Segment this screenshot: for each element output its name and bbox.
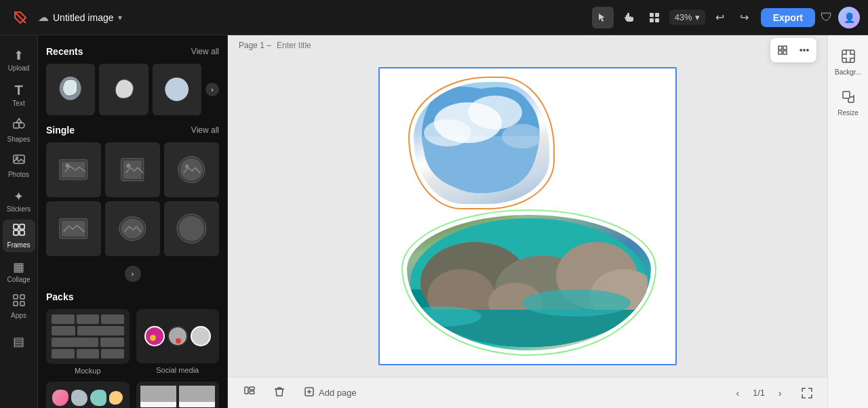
sidebar-item-apps[interactable]: Apps [3, 290, 35, 323]
app-logo[interactable] [8, 5, 33, 30]
background-label: Backgr... [835, 68, 861, 76]
svg-rect-14 [14, 295, 18, 299]
undo-button[interactable]: ↩ [709, 7, 731, 28]
recents-next-button[interactable]: › [205, 83, 219, 96]
sidebar-item-stickers[interactable]: ✦ Stickers [3, 184, 35, 217]
redo-button[interactable]: ↪ [734, 7, 755, 28]
page-title-input[interactable] [277, 41, 378, 50]
layout-tool-button[interactable] [644, 7, 665, 28]
page-label: Page 1 – [239, 41, 271, 50]
svg-rect-4 [655, 18, 659, 22]
export-button[interactable]: Export [761, 8, 815, 27]
single-frames-grid [46, 142, 219, 256]
collage-icon: ▦ [13, 260, 24, 274]
svg-rect-65 [843, 91, 850, 98]
frames-panel: Recents View all › [38, 35, 228, 408]
coast-blob-frame[interactable] [407, 215, 651, 350]
apps-icon [12, 293, 26, 310]
upload-icon: ⬆ [14, 48, 24, 63]
social-media-label: Social media [136, 366, 220, 374]
pack-social-media[interactable]: Social media [136, 309, 220, 375]
sidebar-item-collage[interactable]: ▦ Collage [3, 255, 35, 287]
sidebar-item-photos[interactable]: Photos [3, 149, 35, 182]
svg-point-28 [185, 165, 189, 168]
svg-point-44 [502, 124, 542, 148]
pan-tool-button[interactable] [618, 7, 639, 28]
sidebar-item-shapes[interactable]: Shapes [3, 114, 35, 146]
select-tool-button[interactable] [592, 7, 614, 28]
single-title: Single [46, 125, 75, 136]
page-navigation: ‹ 1/1 › [728, 384, 789, 403]
mockup-label: Mockup [46, 367, 130, 375]
svg-rect-10 [14, 224, 18, 229]
svg-rect-5 [14, 123, 19, 128]
sidebar-item-upload-label: Upload [8, 64, 30, 72]
right-sidebar: Backgr... Resize [827, 35, 868, 408]
resize-tool[interactable]: Resize [832, 84, 865, 122]
svg-point-43 [424, 119, 471, 146]
canvas-frame[interactable] [378, 67, 677, 365]
recent-frame-1[interactable] [46, 64, 95, 115]
add-page-icon [304, 386, 315, 400]
single-frame-4[interactable] [46, 201, 101, 256]
sidebar-item-upload[interactable]: ⬆ Upload [3, 43, 35, 76]
sidebar-item-shapes-label: Shapes [7, 136, 31, 143]
avatar[interactable]: 👤 [838, 7, 860, 28]
svg-point-34 [179, 216, 204, 241]
sidebar-item-frames[interactable]: Frames [3, 220, 35, 252]
packs-title: Packs [46, 291, 73, 302]
background-tool[interactable]: Backgr... [832, 43, 865, 81]
next-page-button[interactable]: › [770, 384, 789, 403]
page-title-bar: Page 1 – ••• [228, 35, 827, 56]
recent-frame-2[interactable] [99, 64, 148, 115]
bottom-bar: Add page ‹ 1/1 › [228, 377, 827, 408]
packs-grid: Mockup Social media [46, 309, 219, 408]
fit-page-button[interactable] [773, 41, 792, 60]
coast-blob-image [407, 215, 651, 350]
sidebar-item-more[interactable]: ▤ [3, 325, 35, 358]
single-frame-6[interactable] [164, 201, 219, 256]
recents-view-all[interactable]: View all [191, 47, 219, 56]
expand-button[interactable] [797, 384, 816, 403]
polaroid-cell-2 [179, 386, 215, 407]
sidebar-item-text-label: Text [12, 100, 24, 107]
zoom-control[interactable]: 43% ▾ [669, 9, 705, 25]
recents-row: › [46, 64, 219, 115]
sidebar-item-apps-label: Apps [11, 312, 26, 319]
title-chevron-icon[interactable]: ▾ [118, 13, 122, 22]
sidebar-item-text[interactable]: T Text [3, 79, 35, 111]
svg-rect-21 [62, 162, 85, 178]
single-frame-3[interactable] [164, 142, 219, 197]
recent-frame-3[interactable] [153, 64, 201, 115]
svg-point-22 [66, 164, 70, 168]
add-page-label: Add page [319, 388, 357, 398]
shapes-icon [12, 117, 26, 134]
svg-rect-13 [20, 230, 24, 235]
single-next-button[interactable]: › [125, 266, 141, 282]
single-frame-2[interactable] [105, 142, 160, 197]
svg-rect-3 [650, 18, 654, 22]
sky-blob-image [414, 82, 549, 204]
pack-irregular[interactable]: Irregular shape [46, 382, 130, 408]
trash-icon [274, 386, 285, 400]
add-page-button[interactable]: Add page [298, 384, 362, 403]
sidebar-item-collage-label: Collage [7, 276, 31, 283]
single-frame-1[interactable] [46, 142, 101, 197]
delete-page-button[interactable] [269, 384, 290, 403]
thumbnail-view-button[interactable] [239, 384, 260, 403]
pack-mockup[interactable]: Mockup [46, 309, 130, 375]
pack-polaroids[interactable]: Polaroids and photo f... [136, 382, 220, 408]
prev-page-button[interactable]: ‹ [728, 384, 747, 403]
sky-blob-frame[interactable] [414, 82, 549, 204]
shield-icon: 🛡 [821, 10, 833, 24]
svg-point-55 [522, 289, 631, 317]
page-more-button[interactable]: ••• [795, 41, 814, 60]
document-title[interactable]: Untitled image [53, 12, 114, 23]
svg-rect-2 [655, 13, 659, 17]
svg-rect-64 [842, 50, 854, 62]
page-actions-popup: ••• [770, 38, 816, 62]
svg-rect-15 [20, 295, 24, 299]
single-view-all[interactable]: View all [191, 125, 219, 135]
single-frame-5[interactable] [105, 201, 160, 256]
sidebar-item-frames-label: Frames [7, 241, 31, 249]
